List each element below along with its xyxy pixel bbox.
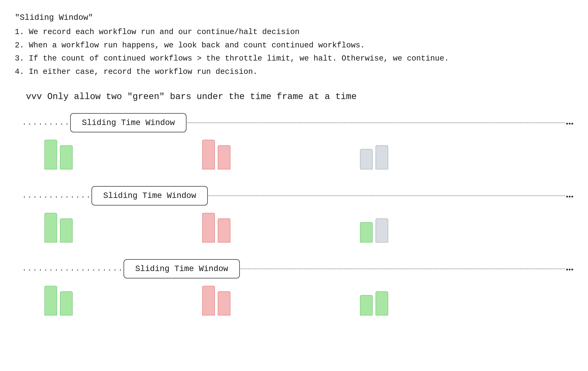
dots-left-3: ................... bbox=[22, 263, 124, 274]
bar-group-right-1 bbox=[360, 145, 388, 169]
bar-group-mid-1 bbox=[202, 140, 230, 169]
bars-row-3 bbox=[22, 280, 573, 317]
bar-group-right-2 bbox=[360, 218, 388, 243]
bullet-item-2: 2. When a workflow run happens, we look … bbox=[15, 39, 573, 52]
bullet-list: 1. We record each workflow run and our c… bbox=[15, 26, 573, 79]
three-dots-3 bbox=[566, 269, 573, 270]
three-dots-2 bbox=[566, 196, 573, 197]
page-title: "Sliding Window" bbox=[15, 11, 573, 24]
diagram-row-2: ............. Sliding Time Window bbox=[22, 186, 573, 244]
window-box-2: Sliding Time Window bbox=[92, 186, 208, 205]
bar-pink-3a bbox=[202, 286, 215, 315]
dots-line-1 bbox=[187, 122, 565, 123]
subtitle-text: vvv Only allow two "green" bars under th… bbox=[26, 90, 573, 104]
three-dots-1 bbox=[566, 123, 573, 124]
bar-green-2c bbox=[360, 222, 373, 243]
bar-group-left-2 bbox=[44, 213, 73, 243]
bar-pink-3b bbox=[218, 291, 230, 315]
dots-left-2: ............. bbox=[22, 190, 92, 201]
bullet-item-1: 1. We record each workflow run and our c… bbox=[15, 26, 573, 39]
bar-group-right-3 bbox=[360, 291, 388, 315]
bullet-item-3: 3. If the count of continued workflows >… bbox=[15, 52, 573, 65]
bar-green-2b bbox=[60, 218, 73, 243]
bars-row-2 bbox=[22, 207, 573, 244]
bar-green-3b bbox=[60, 291, 73, 315]
bar-group-mid-2 bbox=[202, 213, 230, 243]
diagram-row-3: ................... Sliding Time Window bbox=[22, 259, 573, 317]
dots-right-2 bbox=[566, 190, 573, 201]
timeline-2: ............. Sliding Time Window bbox=[22, 186, 573, 205]
dots-line-2 bbox=[209, 195, 565, 196]
bar-grey-1b bbox=[376, 145, 388, 169]
bar-green-3a bbox=[44, 286, 57, 315]
bar-green-1a bbox=[44, 140, 57, 169]
dots-left-1: ......... bbox=[22, 117, 70, 128]
bar-pink-2b bbox=[218, 218, 230, 243]
window-box-3: Sliding Time Window bbox=[124, 259, 240, 278]
dots-right-1 bbox=[566, 117, 573, 128]
bar-green-3d bbox=[376, 291, 388, 315]
dots-right-3 bbox=[566, 263, 573, 274]
bar-green-2a bbox=[44, 213, 57, 243]
diagrams-container: ......... Sliding Time Window bbox=[22, 113, 573, 317]
bar-pink-2a bbox=[202, 213, 215, 243]
window-box-1: Sliding Time Window bbox=[70, 113, 187, 132]
bar-group-mid-3 bbox=[202, 286, 230, 315]
bars-row-1 bbox=[22, 134, 573, 171]
bar-grey-2b bbox=[376, 218, 388, 243]
bar-green-1b bbox=[60, 145, 73, 169]
bar-group-left-3 bbox=[44, 286, 73, 315]
bar-green-3c bbox=[360, 295, 373, 315]
bar-grey-1a bbox=[360, 149, 373, 169]
dots-line-3 bbox=[241, 268, 565, 269]
bar-group-left-1 bbox=[44, 140, 73, 169]
bullet-item-4: 4. In either case, record the workflow r… bbox=[15, 65, 573, 79]
diagram-row-1: ......... Sliding Time Window bbox=[22, 113, 573, 171]
timeline-3: ................... Sliding Time Window bbox=[22, 259, 573, 278]
timeline-1: ......... Sliding Time Window bbox=[22, 113, 573, 132]
bar-pink-1a bbox=[202, 140, 215, 169]
bar-pink-1b bbox=[218, 145, 230, 169]
